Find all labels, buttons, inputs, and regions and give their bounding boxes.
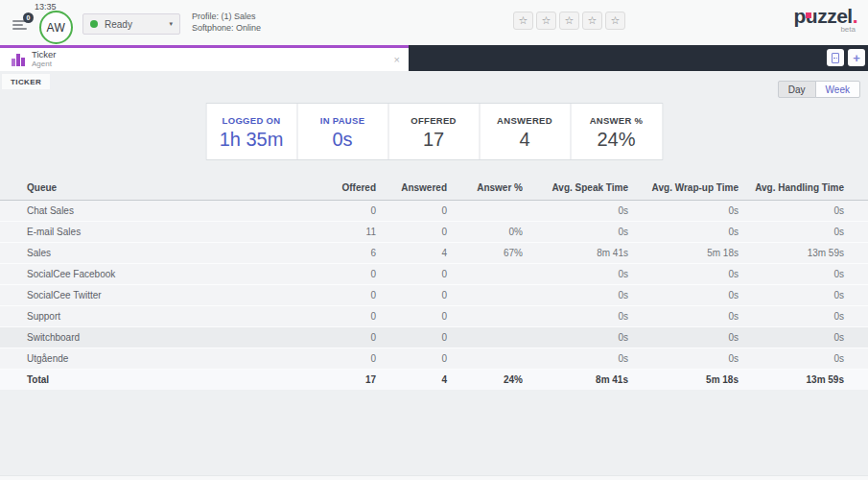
star-icon[interactable]: ☆ xyxy=(559,12,579,30)
stat-answer-pct: ANSWER % 24% xyxy=(571,104,662,159)
col-offered: Offered xyxy=(326,179,376,201)
menu-badge: 0 xyxy=(23,12,34,23)
col-speak-time: Avg. Speak Time xyxy=(523,179,628,201)
star-rating: ☆ ☆ ☆ ☆ ☆ xyxy=(513,12,625,30)
layout-button[interactable] xyxy=(827,49,844,66)
table-row: Support000s0s0s xyxy=(0,306,868,327)
tab-ticker-agent[interactable]: Ticker Agent × xyxy=(0,45,409,71)
col-queue: Queue xyxy=(0,179,326,201)
star-icon[interactable]: ☆ xyxy=(605,12,625,30)
col-wrapup-time: Avg. Wrap-up Time xyxy=(628,179,739,201)
top-header: 13:35 0 AW Ready ▾ Profile: (1) Sales So… xyxy=(0,0,868,45)
period-toggle: Day Week xyxy=(778,81,860,98)
star-icon[interactable]: ☆ xyxy=(513,12,533,30)
stat-logged-on: LOGGED ON 1h 35m xyxy=(206,104,297,159)
close-icon[interactable]: × xyxy=(394,54,400,65)
star-icon[interactable]: ☆ xyxy=(536,12,556,30)
col-handling-time: Avg. Handling Time xyxy=(739,179,868,201)
table-row: Sales6467%8m 41s5m 18s13m 59s xyxy=(0,243,868,264)
logo-mark xyxy=(806,12,811,18)
table-row: Chat Sales000s0s0s xyxy=(0,201,868,222)
table-row: Utgående000s0s0s xyxy=(0,348,868,370)
chevron-down-icon: ▾ xyxy=(169,20,173,28)
layout-icon xyxy=(832,53,839,63)
tab-bar: Ticker Agent × + xyxy=(0,45,868,71)
main-content: TICKER Day Week LOGGED ON 1h 35m IN PAUS… xyxy=(0,71,868,480)
profile-line: Profile: (1) Sales xyxy=(192,12,261,23)
profile-info: Profile: (1) Sales Softphone: Online xyxy=(192,12,261,34)
table-row: SocialCee Facebook000s0s0s xyxy=(0,264,868,285)
table-header-row: Queue Offered Answered Answer % Avg. Spe… xyxy=(0,179,868,201)
add-tab-button[interactable]: + xyxy=(848,49,865,66)
table-row: E-mail Sales1100%0s0s0s xyxy=(0,222,868,243)
col-answered: Answered xyxy=(376,179,447,201)
status-label: Ready xyxy=(105,19,169,30)
table-row: Switchboard000s0s0s xyxy=(0,327,868,348)
stat-answered: ANSWERED 4 xyxy=(480,104,571,159)
puzzel-logo: puzzel. beta xyxy=(793,6,857,34)
queue-table: Queue Offered Answered Answer % Avg. Spe… xyxy=(0,179,868,390)
star-icon[interactable]: ☆ xyxy=(582,12,602,30)
window-footer xyxy=(0,475,868,480)
softphone-line: Softphone: Online xyxy=(192,23,261,35)
table-total-row: Total17424%8m 41s5m 18s13m 59s xyxy=(0,370,868,391)
status-dropdown[interactable]: Ready ▾ xyxy=(82,13,180,35)
tab-subtitle: Agent xyxy=(32,60,57,69)
tab-title: Ticker xyxy=(32,50,57,60)
status-ready-icon xyxy=(90,20,98,28)
week-button[interactable]: Week xyxy=(815,81,860,98)
bar-chart-icon xyxy=(12,54,25,66)
avatar[interactable]: AW xyxy=(39,11,73,44)
stat-in-pause: IN PAUSE 0s xyxy=(297,104,388,159)
stat-offered: OFFERED 17 xyxy=(388,104,480,159)
table-row: SocialCee Twitter000s0s0s xyxy=(0,285,868,306)
day-button[interactable]: Day xyxy=(778,81,816,98)
tab-ticker[interactable]: TICKER xyxy=(2,74,50,89)
col-answer-pct: Answer % xyxy=(447,179,523,201)
stat-cards: LOGGED ON 1h 35m IN PAUSE 0s OFFERED 17 … xyxy=(205,103,663,160)
